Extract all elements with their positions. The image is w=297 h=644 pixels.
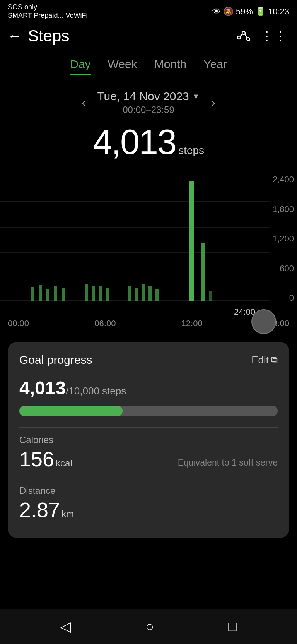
- divider-2: [19, 478, 278, 478]
- svg-rect-16: [92, 286, 95, 301]
- chart-inner: 2,400 1,800 1,200 600 0: [0, 173, 297, 305]
- x-label-1200: 12:00: [181, 319, 203, 329]
- page-title: Steps: [28, 27, 69, 45]
- status-left: SOS only SMART Prepaid... VoWiFi: [8, 3, 87, 20]
- calories-block: Calories 156kcal Equivalent to 1 soft se…: [19, 435, 278, 471]
- date-nav: ‹ Tue, 14 Nov 2023 ▼ 00:00–23:59 ›: [0, 90, 297, 115]
- edit-button[interactable]: Edit ⧉: [251, 354, 278, 366]
- date-center: Tue, 14 Nov 2023 ▼ 00:00–23:59: [97, 90, 200, 115]
- next-date-button[interactable]: ›: [208, 96, 219, 109]
- svg-point-1: [242, 31, 245, 34]
- svg-line-4: [245, 34, 247, 38]
- svg-rect-19: [128, 286, 131, 301]
- svg-rect-13: [54, 286, 57, 301]
- steps-unit: steps: [178, 144, 204, 156]
- y-label-600: 600: [270, 264, 297, 274]
- end-time-text: 24:00: [234, 307, 255, 317]
- calories-value-row: 156kcal: [19, 447, 72, 471]
- goal-card: Goal progress Edit ⧉ 4,013/10,000 steps …: [8, 342, 289, 538]
- svg-rect-17: [99, 286, 102, 301]
- chart-container: 2,400 1,800 1,200 600 0: [0, 173, 297, 336]
- svg-rect-11: [39, 285, 42, 301]
- goal-steps-total: /10,000 steps: [66, 385, 126, 397]
- bottom-nav: ◁ ○ □: [0, 609, 297, 644]
- distance-value-row: 2.87km: [19, 498, 278, 522]
- activity-icon[interactable]: [236, 28, 251, 44]
- y-label-0: 0: [270, 293, 297, 303]
- svg-rect-21: [142, 284, 145, 301]
- goal-steps-current: 4,013: [19, 378, 66, 398]
- time-scrubber[interactable]: 24:00 00:00 06:00 12:00 18:00: [0, 305, 297, 336]
- home-nav-button[interactable]: ○: [145, 618, 154, 635]
- calories-row: 156kcal Equivalent to 1 soft serve: [19, 447, 278, 471]
- edit-icon: ⧉: [271, 355, 278, 365]
- goal-steps-text: 4,013/10,000 steps: [19, 377, 278, 399]
- tab-week[interactable]: Week: [108, 58, 137, 75]
- goal-header: Goal progress Edit ⧉: [19, 353, 278, 367]
- top-bar-left: ← Steps: [8, 27, 69, 45]
- distance-label: Distance: [19, 485, 278, 496]
- progress-bar-fill: [19, 406, 123, 416]
- x-label-0600: 06:00: [94, 319, 116, 329]
- y-label-2400: 2,400: [270, 175, 297, 185]
- prev-date-button[interactable]: ‹: [78, 96, 89, 109]
- distance-value: 2.87: [19, 498, 60, 521]
- time-text: 10:23: [268, 7, 289, 17]
- divider-1: [19, 427, 278, 428]
- steps-count: 4,013steps: [0, 122, 297, 162]
- calories-label: Calories: [19, 435, 278, 445]
- status-bar: SOS only SMART Prepaid... VoWiFi 👁 🔕 59%…: [0, 0, 297, 21]
- carrier-text: SMART Prepaid... VoWiFi: [8, 12, 87, 20]
- recents-nav-button[interactable]: □: [228, 618, 237, 635]
- back-nav-button[interactable]: ◁: [60, 618, 71, 635]
- svg-rect-15: [85, 284, 88, 301]
- svg-point-0: [237, 36, 241, 39]
- y-label-1200: 1,200: [270, 234, 297, 244]
- svg-rect-24: [189, 181, 194, 301]
- steps-number: 4,013: [93, 123, 176, 161]
- svg-rect-22: [148, 286, 152, 301]
- mute-icon: 🔕: [223, 7, 234, 17]
- distance-unit: km: [61, 509, 74, 519]
- top-bar-right: ⋮⋮: [236, 28, 288, 44]
- tab-month[interactable]: Month: [154, 58, 186, 75]
- calories-unit: kcal: [56, 458, 72, 468]
- svg-rect-12: [46, 289, 50, 301]
- y-label-1800: 1,800: [270, 204, 297, 214]
- current-date: Tue, 14 Nov 2023: [97, 90, 189, 103]
- battery-icon: 🔋: [255, 7, 266, 17]
- tab-day[interactable]: Day: [70, 58, 90, 75]
- svg-rect-20: [135, 288, 138, 301]
- distance-block: Distance 2.87km: [19, 485, 278, 522]
- calories-value: 156: [19, 447, 54, 471]
- chart-y-labels: 2,400 1,800 1,200 600 0: [270, 173, 297, 305]
- goal-title: Goal progress: [19, 353, 92, 367]
- steps-chart: [0, 173, 270, 305]
- date-dropdown-icon[interactable]: ▼: [192, 92, 200, 101]
- scrubber-thumb[interactable]: [251, 309, 276, 334]
- x-label-0000: 00:00: [8, 319, 29, 329]
- back-button[interactable]: ←: [8, 28, 22, 44]
- calories-note: Equivalent to 1 soft serve: [178, 457, 278, 471]
- date-range: 00:00–23:59: [97, 104, 200, 115]
- svg-rect-25: [201, 243, 205, 301]
- progress-bar-bg: [19, 406, 278, 416]
- status-right: 👁 🔕 59% 🔋 10:23: [212, 7, 289, 17]
- sos-text: SOS only: [8, 3, 87, 12]
- svg-line-3: [240, 34, 242, 36]
- tabs-container: Day Week Month Year: [0, 51, 297, 79]
- svg-point-2: [247, 38, 250, 41]
- eye-icon: 👁: [212, 7, 221, 17]
- more-menu-icon[interactable]: ⋮⋮: [261, 29, 288, 43]
- svg-rect-23: [155, 289, 159, 301]
- top-bar: ← Steps ⋮⋮: [0, 21, 297, 51]
- tab-year[interactable]: Year: [203, 58, 227, 75]
- svg-rect-18: [106, 288, 109, 301]
- battery-text: 59%: [236, 7, 253, 17]
- svg-rect-26: [209, 291, 212, 301]
- svg-rect-14: [62, 288, 65, 301]
- edit-label: Edit: [251, 354, 269, 366]
- svg-rect-10: [31, 287, 34, 301]
